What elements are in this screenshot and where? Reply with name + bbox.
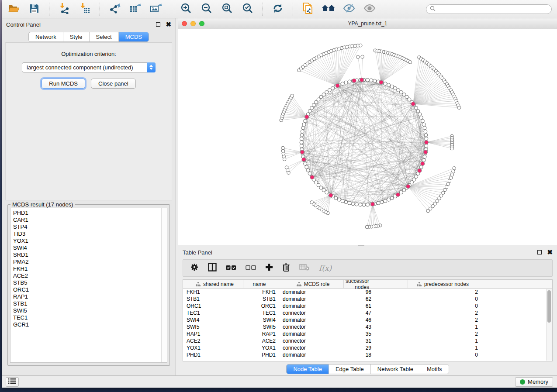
network-node[interactable] bbox=[356, 55, 360, 59]
column-header-mcds-role[interactable]: MCDS role bbox=[278, 280, 344, 288]
column-header-name[interactable]: name bbox=[243, 280, 278, 288]
mcds-result-item[interactable]: SWI4 bbox=[13, 244, 159, 251]
mcds-hub-node[interactable] bbox=[310, 175, 314, 179]
mcds-list-scrollbar[interactable] bbox=[161, 208, 167, 362]
table-row[interactable]: STB1STB1dominator620 bbox=[183, 296, 552, 303]
mcds-result-item[interactable]: STB5 bbox=[13, 279, 159, 286]
network-node[interactable] bbox=[306, 168, 310, 172]
export-image-button[interactable] bbox=[149, 3, 163, 16]
network-node[interactable] bbox=[390, 196, 394, 200]
hide-selected-button[interactable] bbox=[343, 3, 356, 16]
network-node[interactable] bbox=[300, 141, 303, 144]
network-node[interactable] bbox=[365, 225, 369, 229]
tab-network[interactable]: Network bbox=[29, 32, 63, 41]
network-node[interactable] bbox=[301, 130, 304, 133]
export-table-button[interactable] bbox=[129, 3, 142, 16]
network-node[interactable] bbox=[301, 126, 305, 130]
network-node[interactable] bbox=[448, 179, 451, 183]
mcds-hub-node[interactable] bbox=[406, 185, 410, 189]
mcds-hub-node[interactable] bbox=[300, 150, 304, 154]
mcds-result-item[interactable]: SRD1 bbox=[13, 251, 159, 258]
network-node[interactable] bbox=[422, 158, 426, 162]
mcds-hub-node[interactable] bbox=[352, 79, 356, 83]
column-header-shared-name[interactable]: shared name bbox=[183, 280, 243, 288]
network-node[interactable] bbox=[291, 94, 294, 98]
mcds-result-item[interactable]: PHD1 bbox=[13, 210, 159, 217]
table-tab-edge-table[interactable]: Edge Table bbox=[329, 364, 371, 374]
zoom-selected-button[interactable] bbox=[241, 3, 254, 16]
network-node[interactable] bbox=[390, 85, 394, 88]
network-node[interactable] bbox=[380, 200, 384, 204]
network-node[interactable] bbox=[408, 61, 412, 64]
refresh-button[interactable] bbox=[271, 3, 284, 16]
mcds-result-item[interactable]: STP4 bbox=[13, 224, 159, 230]
network-node[interactable] bbox=[337, 198, 341, 201]
search-field[interactable] bbox=[426, 4, 552, 14]
mcds-hub-node[interactable] bbox=[302, 158, 306, 162]
network-node[interactable] bbox=[384, 82, 387, 86]
network-node[interactable] bbox=[373, 79, 377, 83]
network-window-titlebar[interactable]: YPA_prune.txt_1 bbox=[178, 18, 557, 29]
network-node[interactable] bbox=[366, 203, 369, 206]
network-node[interactable] bbox=[421, 119, 424, 123]
network-node[interactable] bbox=[387, 83, 391, 87]
mcds-result-item[interactable]: TEC1 bbox=[13, 314, 159, 321]
zoom-out-button[interactable] bbox=[200, 3, 213, 16]
table-row[interactable]: FKH1FKH1dominator962 bbox=[183, 289, 552, 296]
table-row[interactable]: RAP1RAP1dominator352 bbox=[183, 330, 552, 337]
network-node[interactable] bbox=[419, 116, 423, 119]
table-row[interactable]: SWI5SWI5connector431 bbox=[183, 323, 552, 330]
network-node[interactable] bbox=[281, 146, 285, 150]
network-node[interactable] bbox=[304, 162, 307, 165]
save-session-button[interactable] bbox=[28, 3, 41, 16]
network-node[interactable] bbox=[424, 133, 428, 137]
network-node[interactable] bbox=[394, 86, 397, 90]
table-tab-node-table[interactable]: Node Table bbox=[287, 364, 329, 374]
network-node[interactable] bbox=[446, 182, 450, 186]
close-table-panel-icon[interactable]: ✖ bbox=[547, 250, 553, 254]
mcds-hub-node[interactable] bbox=[396, 193, 400, 196]
network-node[interactable] bbox=[308, 110, 311, 113]
network-node[interactable] bbox=[457, 106, 461, 110]
tab-style[interactable]: Style bbox=[63, 32, 90, 41]
mcds-hub-node[interactable] bbox=[370, 202, 374, 206]
mcds-result-item[interactable]: GCR1 bbox=[13, 321, 159, 328]
network-node[interactable] bbox=[348, 201, 351, 205]
network-node[interactable] bbox=[305, 165, 308, 169]
network-node[interactable] bbox=[300, 144, 303, 148]
mcds-result-item[interactable]: ACE2 bbox=[13, 272, 159, 279]
scrollbar-thumb[interactable] bbox=[547, 290, 551, 323]
mcds-result-item[interactable]: SWI5 bbox=[13, 307, 159, 314]
network-node[interactable] bbox=[377, 201, 380, 205]
clone-network-button[interactable] bbox=[301, 3, 315, 16]
network-node[interactable] bbox=[304, 119, 307, 123]
network-node[interactable] bbox=[285, 166, 288, 169]
run-mcds-button[interactable]: Run MCDS bbox=[42, 79, 85, 89]
network-node[interactable] bbox=[370, 79, 373, 82]
zoom-fit-button[interactable] bbox=[221, 3, 234, 16]
mcds-result-item[interactable]: YOX1 bbox=[13, 237, 159, 244]
table-row[interactable]: ORC1ORC1dominator610 bbox=[183, 303, 552, 309]
network-node[interactable] bbox=[450, 173, 454, 176]
close-panel-icon[interactable]: ✖ bbox=[166, 22, 171, 27]
close-panel-button[interactable]: Close panel bbox=[91, 79, 136, 89]
network-node[interactable] bbox=[310, 201, 314, 204]
table-row[interactable]: PHD1PHD1dominator180 bbox=[183, 351, 552, 358]
export-network-button[interactable] bbox=[108, 3, 121, 16]
memory-button[interactable]: Memory bbox=[515, 377, 553, 387]
table-tab-network-table[interactable]: Network Table bbox=[371, 364, 420, 374]
select-all-button[interactable] bbox=[226, 264, 236, 272]
deselect-all-button[interactable] bbox=[246, 264, 256, 272]
network-node[interactable] bbox=[341, 82, 344, 86]
network-node[interactable] bbox=[423, 126, 426, 130]
mcds-hub-node[interactable] bbox=[329, 193, 333, 197]
show-all-button[interactable] bbox=[363, 3, 376, 16]
network-node[interactable] bbox=[450, 147, 454, 150]
mcds-result-item[interactable]: RAP1 bbox=[13, 293, 159, 300]
network-node[interactable] bbox=[300, 133, 304, 137]
network-node[interactable] bbox=[426, 209, 430, 213]
table-settings-button[interactable] bbox=[190, 263, 199, 273]
tab-select[interactable]: Select bbox=[90, 32, 119, 41]
network-node[interactable] bbox=[361, 55, 364, 58]
network-node[interactable] bbox=[348, 80, 351, 83]
